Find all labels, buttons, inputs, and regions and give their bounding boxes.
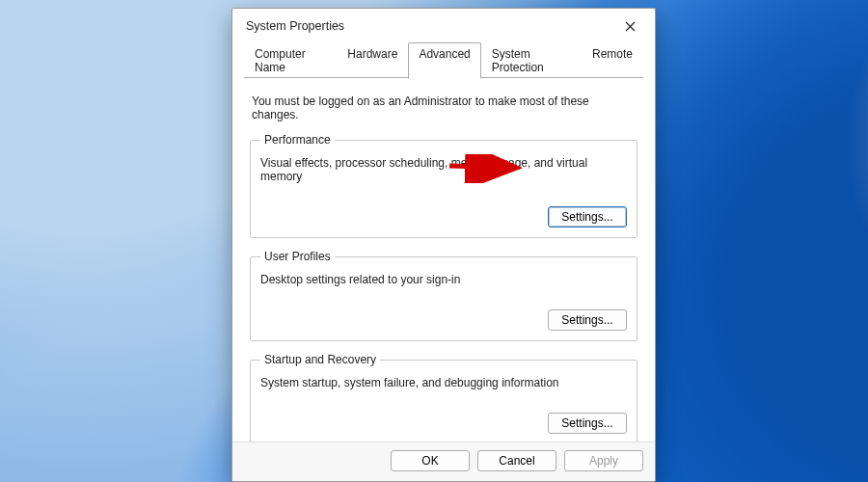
dialog-title: System Properties <box>246 19 614 33</box>
tab-system-protection[interactable]: System Protection <box>481 42 582 79</box>
close-icon <box>625 18 636 35</box>
tab-computer-name[interactable]: Computer Name <box>244 42 337 79</box>
group-user-profiles-legend: User Profiles <box>260 250 335 263</box>
apply-button[interactable]: Apply <box>564 450 643 471</box>
tab-content-advanced: You must be logged on as an Administrato… <box>232 79 655 442</box>
dialog-footer: OK Cancel Apply <box>232 442 655 481</box>
startup-recovery-settings-button[interactable]: Settings... <box>548 413 627 434</box>
tab-advanced[interactable]: Advanced <box>408 42 480 79</box>
close-button[interactable] <box>614 14 645 38</box>
group-user-profiles-desc: Desktop settings related to your sign-in <box>260 273 627 286</box>
ok-button[interactable]: OK <box>391 450 470 471</box>
tabstrip: Computer Name Hardware Advanced System P… <box>232 41 655 79</box>
group-startup-recovery-desc: System startup, system failure, and debu… <box>260 376 627 389</box>
group-startup-recovery: Startup and Recovery System startup, sys… <box>250 353 637 442</box>
group-startup-recovery-legend: Startup and Recovery <box>260 353 380 366</box>
admin-note: You must be logged on as an Administrato… <box>252 94 636 121</box>
cancel-button[interactable]: Cancel <box>477 450 556 471</box>
group-performance-desc: Visual effects, processor scheduling, me… <box>260 156 627 183</box>
system-properties-dialog: System Properties Computer Name Hardware… <box>231 8 656 482</box>
user-profiles-settings-button[interactable]: Settings... <box>548 309 627 331</box>
tab-hardware[interactable]: Hardware <box>337 42 408 79</box>
group-performance-legend: Performance <box>260 133 335 147</box>
performance-settings-button[interactable]: Settings... <box>548 206 627 228</box>
titlebar: System Properties <box>232 9 655 41</box>
group-user-profiles: User Profiles Desktop settings related t… <box>250 250 637 341</box>
tab-remote[interactable]: Remote <box>582 42 643 79</box>
group-performance: Performance Visual effects, processor sc… <box>250 133 637 238</box>
